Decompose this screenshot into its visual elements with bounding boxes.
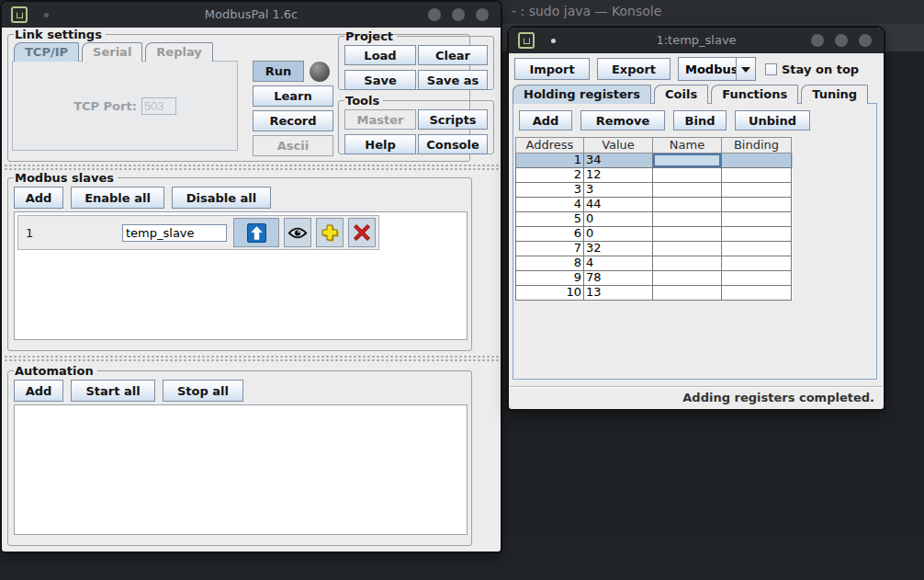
binding-cell[interactable] [722,154,792,168]
minimize-button[interactable] [811,34,824,47]
value-cell[interactable]: 0 [584,212,653,227]
table-row[interactable]: 10 13 [515,286,793,301]
close-button[interactable] [476,8,489,21]
table-row[interactable]: 4 44 [515,198,793,212]
save-as-button[interactable]: Save as [418,70,488,90]
name-cell[interactable] [653,212,722,227]
import-button[interactable]: Import [514,58,590,80]
binding-cell[interactable] [722,271,792,286]
binding-cell[interactable] [722,183,792,198]
tcp-port-field[interactable] [141,97,176,115]
tab-functions[interactable]: Functions [711,85,798,104]
modbuspal-titlebar[interactable]: ModbusPal 1.6c [2,2,501,28]
value-cell[interactable]: 78 [584,271,653,286]
address-cell[interactable]: 8 [515,256,584,271]
name-cell[interactable] [653,271,722,286]
save-button[interactable]: Save [344,70,416,90]
address-cell[interactable]: 3 [515,183,584,198]
name-cell[interactable] [653,256,722,271]
value-cell[interactable]: 0 [584,227,653,242]
delete-slave-button[interactable] [348,218,376,247]
value-cell[interactable]: 13 [584,286,653,301]
tab-replay[interactable]: Replay [145,42,212,62]
column-header-value[interactable]: Value [584,137,653,154]
enable-all-button[interactable]: Enable all [71,187,164,209]
tab-holding-registers[interactable]: Holding registers [513,85,651,104]
column-header-name[interactable]: Name [653,137,722,154]
protocol-select[interactable]: Modbus [678,57,756,81]
value-cell[interactable]: 12 [584,168,653,183]
binding-cell[interactable] [722,198,792,212]
name-cell[interactable] [653,242,722,256]
console-button[interactable]: Console [418,134,488,154]
temp-slave-titlebar[interactable]: 1:temp_slave [509,28,884,53]
unbind-button[interactable]: Unbind [735,110,810,131]
value-cell[interactable]: 34 [584,154,653,168]
address-cell[interactable]: 2 [515,168,584,183]
help-button[interactable]: Help [344,134,416,154]
address-cell[interactable]: 7 [515,242,584,256]
minimize-button[interactable] [428,8,441,21]
stay-on-top-checkbox[interactable] [765,63,777,75]
address-cell[interactable]: 5 [515,212,584,227]
run-button[interactable]: Run [253,61,304,82]
name-cell[interactable] [653,198,722,212]
ascii-button[interactable]: Ascii [253,135,333,156]
table-row[interactable]: 5 0 [515,212,793,227]
address-cell[interactable]: 9 [515,271,584,286]
view-slave-button[interactable] [284,218,311,247]
disable-all-button[interactable]: Disable all [172,187,271,209]
binding-cell[interactable] [722,168,792,183]
value-cell[interactable]: 32 [584,242,653,256]
binding-cell[interactable] [722,286,792,301]
name-cell[interactable] [653,168,722,183]
export-button[interactable]: Export [597,58,670,80]
split-divider[interactable] [4,355,499,361]
master-button[interactable]: Master [344,109,416,130]
name-cell[interactable] [653,227,722,242]
binding-cell[interactable] [722,212,792,227]
address-cell[interactable]: 4 [515,198,584,212]
tab-serial[interactable]: Serial [82,42,142,62]
name-cell[interactable] [653,286,722,301]
binding-cell[interactable] [722,227,792,242]
stop-all-button[interactable]: Stop all [163,380,243,402]
maximize-button[interactable] [452,8,465,21]
split-divider[interactable] [4,164,499,170]
name-cell[interactable] [653,183,722,198]
learn-button[interactable]: Learn [253,85,333,107]
table-row[interactable]: 8 4 [515,256,793,271]
table-row[interactable]: 3 3 [515,183,793,198]
value-cell[interactable]: 3 [584,183,653,198]
value-cell[interactable]: 4 [584,256,653,271]
add-slave-button[interactable]: Add [14,187,63,209]
tab-coils[interactable]: Coils [654,85,708,104]
name-cell[interactable] [653,154,722,168]
tab-tuning[interactable]: Tuning [801,85,868,104]
tab-tcpip[interactable]: TCP/IP [14,42,79,62]
add-automation-button[interactable]: Add [14,380,63,402]
address-cell[interactable]: 10 [515,286,584,301]
table-row[interactable]: 6 0 [515,227,793,242]
column-header-binding[interactable]: Binding [722,137,792,154]
slave-row[interactable]: 1 [17,215,379,250]
scripts-button[interactable]: Scripts [418,109,488,130]
binding-cell[interactable] [722,256,792,271]
column-header-address[interactable]: Address [515,137,584,154]
bind-button[interactable]: Bind [673,110,727,131]
konsole-titlebar[interactable]: - : sudo java — Konsole [501,0,924,24]
duplicate-slave-button[interactable] [316,218,344,247]
record-button[interactable]: Record [253,110,333,131]
slave-name-field[interactable] [122,224,227,242]
address-cell[interactable]: 1 [515,154,584,168]
remove-register-button[interactable]: Remove [580,110,665,131]
binding-cell[interactable] [722,242,792,256]
close-button[interactable] [859,34,872,47]
table-row[interactable]: 7 32 [515,242,793,256]
value-cell[interactable]: 44 [584,198,653,212]
address-cell[interactable]: 6 [515,227,584,242]
start-all-button[interactable]: Start all [71,380,155,402]
add-register-button[interactable]: Add [519,110,572,131]
table-row[interactable]: 1 34 [515,154,793,168]
table-row[interactable]: 9 78 [515,271,793,286]
